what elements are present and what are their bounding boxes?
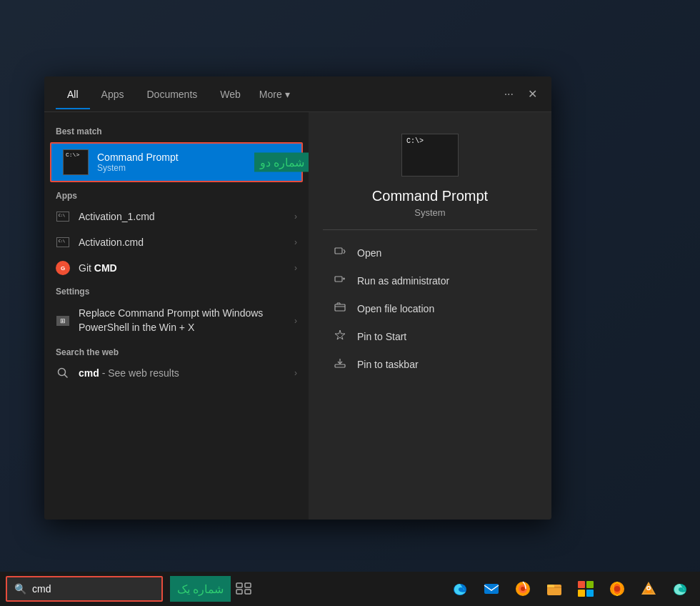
svg-rect-5 [335, 364, 345, 367]
preview-title: Command Prompt [372, 188, 488, 204]
chevron-right-icon: › [294, 212, 297, 222]
activation-name: Activation.cmd [79, 237, 294, 248]
persian-label-2: شماره دو [254, 153, 309, 172]
chevron-right-icon: › [294, 316, 297, 326]
taskbar-firefox[interactable] [603, 575, 631, 603]
task-view-button[interactable] [231, 576, 256, 602]
pin-taskbar-icon [334, 357, 349, 371]
svg-rect-20 [586, 590, 594, 597]
taskbar-store[interactable] [571, 575, 600, 603]
command-prompt-icon [63, 149, 89, 175]
settings-item-text: Replace Command Prompt with Windows Powe… [79, 307, 294, 334]
best-match-sub: System [97, 163, 179, 173]
action-run-admin[interactable]: Run as administrator [323, 267, 537, 294]
chevron-right-icon: › [294, 263, 297, 273]
list-item-activation[interactable]: Activation.cmd › [44, 229, 309, 255]
tab-apps[interactable]: Apps [90, 80, 136, 109]
search-box[interactable]: 🔍 cmd [6, 576, 163, 602]
close-icon[interactable]: ✕ [525, 84, 540, 104]
activation1-name: Activation_1.cmd [79, 211, 294, 222]
svg-rect-8 [245, 583, 251, 587]
best-match-label: Best match [44, 121, 309, 139]
taskbar-mail[interactable] [477, 575, 506, 603]
git-cmd-icon: G [56, 261, 70, 275]
desktop: All Apps Documents Web More ▾ ··· ✕ [0, 0, 700, 606]
svg-rect-7 [236, 590, 242, 594]
file-location-icon [334, 302, 349, 315]
svg-rect-4 [335, 304, 345, 311]
svg-rect-9 [245, 590, 251, 594]
start-menu: All Apps Documents Web More ▾ ··· ✕ [44, 76, 551, 520]
search-web-item-cmd[interactable]: cmd - See web results › [44, 360, 309, 386]
tab-bar: All Apps Documents Web More ▾ ··· ✕ [44, 76, 551, 112]
more-options-icon[interactable]: ··· [501, 85, 516, 104]
svg-rect-11 [484, 584, 499, 594]
list-item-activation1[interactable]: Activation_1.cmd › [44, 204, 309, 229]
best-match-text: Command Prompt System [97, 152, 179, 173]
taskbar-edge[interactable] [446, 575, 474, 603]
best-match-name: Command Prompt [97, 152, 179, 163]
svg-point-14 [521, 587, 525, 591]
pin-start-label: Pin to Start [357, 331, 406, 342]
taskbar-edge-dev[interactable] [666, 575, 694, 603]
persian-label-1: شماره یک [170, 576, 231, 602]
svg-point-28 [648, 587, 650, 590]
search-web-icon [56, 366, 70, 380]
right-panel: Command Prompt System Open [309, 112, 551, 520]
tab-documents[interactable]: Documents [135, 80, 209, 109]
search-input-value[interactable]: cmd [32, 583, 51, 595]
search-icon: 🔍 [14, 583, 26, 595]
chevron-down-icon: ▾ [285, 89, 290, 100]
svg-rect-6 [236, 583, 242, 587]
chevron-right-icon: › [294, 368, 297, 378]
preview-app-icon [401, 134, 459, 177]
svg-rect-2 [335, 248, 342, 254]
open-icon [334, 246, 349, 259]
svg-rect-19 [578, 590, 585, 597]
settings-section-label: Settings [44, 281, 309, 299]
chevron-right-icon: › [294, 237, 297, 247]
apps-section-label: Apps [44, 185, 309, 204]
activation-icon [56, 235, 70, 249]
svg-rect-17 [578, 581, 585, 588]
preview-divider [323, 229, 537, 230]
gitcmd-name: Git CMD [79, 262, 294, 274]
taskbar-apps [446, 575, 694, 603]
main-content: Best match Command Prompt System شماره د… [44, 112, 551, 520]
taskbar-explorer[interactable] [540, 575, 569, 603]
run-admin-icon [334, 274, 349, 287]
file-location-label: Open file location [357, 303, 434, 314]
svg-rect-18 [586, 581, 594, 588]
list-item-gitcmd[interactable]: G Git CMD › [44, 255, 309, 281]
search-web-query: cmd - See web results [79, 367, 179, 379]
open-label: Open [357, 247, 381, 259]
pin-taskbar-label: Pin to taskbar [357, 359, 419, 370]
tab-all[interactable]: All [56, 80, 90, 109]
svg-point-23 [614, 586, 620, 592]
action-pin-start[interactable]: Pin to Start [323, 322, 537, 350]
settings-item-powershell[interactable]: ⊞ Replace Command Prompt with Windows Po… [44, 299, 309, 342]
action-pin-taskbar[interactable]: Pin to taskbar [323, 350, 537, 378]
preview-sub: System [414, 207, 445, 218]
action-file-location[interactable]: Open file location [323, 294, 537, 322]
action-open[interactable]: Open [323, 239, 537, 267]
search-web-label: Search the web [44, 342, 309, 360]
action-list: Open Run as administrator [323, 239, 537, 378]
tab-web[interactable]: Web [209, 80, 252, 109]
tab-more[interactable]: More ▾ [252, 80, 297, 109]
taskbar-firefox-alt[interactable] [509, 575, 537, 603]
svg-line-1 [65, 375, 68, 378]
activation1-icon [56, 209, 70, 224]
svg-rect-3 [335, 277, 342, 282]
pin-start-icon [334, 329, 349, 343]
left-panel: Best match Command Prompt System شماره د… [44, 112, 309, 520]
taskbar: 🔍 cmd شماره یک [0, 572, 700, 606]
run-admin-label: Run as administrator [357, 275, 449, 287]
monitor-icon: ⊞ [56, 314, 70, 328]
taskbar-vlc[interactable] [634, 575, 663, 603]
